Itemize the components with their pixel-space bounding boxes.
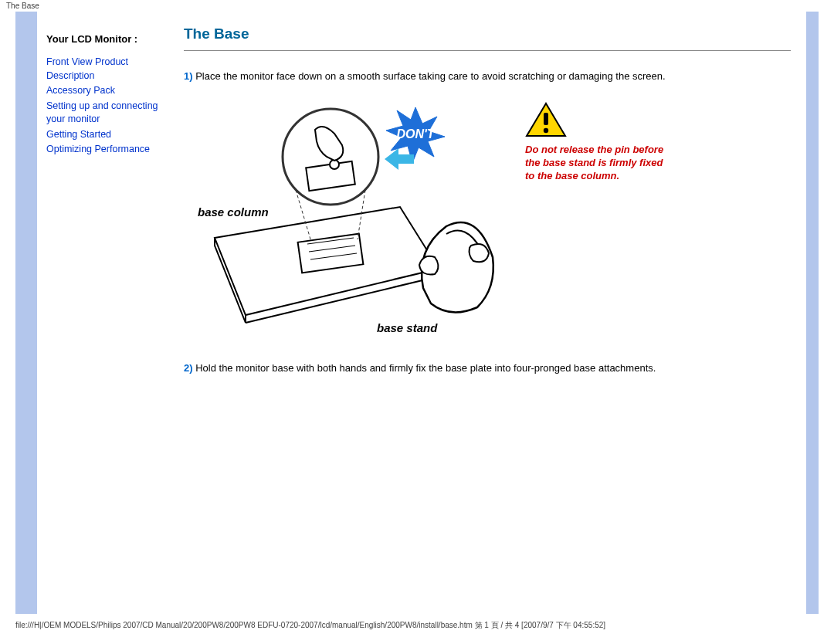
step-2-number: 2) <box>184 362 193 374</box>
svg-rect-12 <box>544 113 548 125</box>
step-1-number: 1) <box>184 70 193 82</box>
warning-icon <box>525 102 567 139</box>
page-title: The Base <box>184 25 791 42</box>
svg-rect-0 <box>298 234 364 273</box>
step-2-text: Hold the monitor base with both hands an… <box>193 362 656 374</box>
main-content: The Base 1) Place the monitor face down … <box>184 12 806 614</box>
label-base-stand: base stand <box>377 321 437 334</box>
sidebar-link-accessory-pack[interactable]: Accessory Pack <box>46 84 176 98</box>
top-file-title: The Base <box>0 0 834 12</box>
diagram-row: DON'T base column ba <box>184 91 791 338</box>
assembly-diagram: DON'T base column ba <box>184 91 516 338</box>
label-base-column: base column <box>198 205 269 219</box>
svg-line-6 <box>358 190 365 239</box>
warning-block: Do not release the pin before the base s… <box>525 91 664 183</box>
page-frame: Your LCD Monitor : Front View Product De… <box>15 12 819 614</box>
left-rail <box>15 12 37 614</box>
step-1: 1) Place the monitor face down on a smoo… <box>184 69 791 83</box>
footer-path: file:///H|/OEM MODELS/Philips 2007/CD Ma… <box>0 614 834 634</box>
dont-badge-text: DON'T <box>396 127 435 141</box>
warning-text: Do not release the pin before the base s… <box>525 144 664 183</box>
sidebar-heading: Your LCD Monitor : <box>46 33 176 45</box>
title-divider <box>184 50 791 51</box>
step-2: 2) Hold the monitor base with both hands… <box>184 361 791 375</box>
right-rail <box>806 12 819 614</box>
step-1-text: Place the monitor face down on a smooth … <box>193 70 666 82</box>
sidebar: Your LCD Monitor : Front View Product De… <box>37 12 184 614</box>
svg-point-13 <box>544 128 548 133</box>
sidebar-link-front-view[interactable]: Front View Product Description <box>46 56 176 83</box>
sidebar-link-getting-started[interactable]: Getting Started <box>46 128 176 142</box>
sidebar-link-setup-connect[interactable]: Setting up and connecting your monitor <box>46 100 176 127</box>
sidebar-link-optimizing[interactable]: Optimizing Performance <box>46 143 176 157</box>
